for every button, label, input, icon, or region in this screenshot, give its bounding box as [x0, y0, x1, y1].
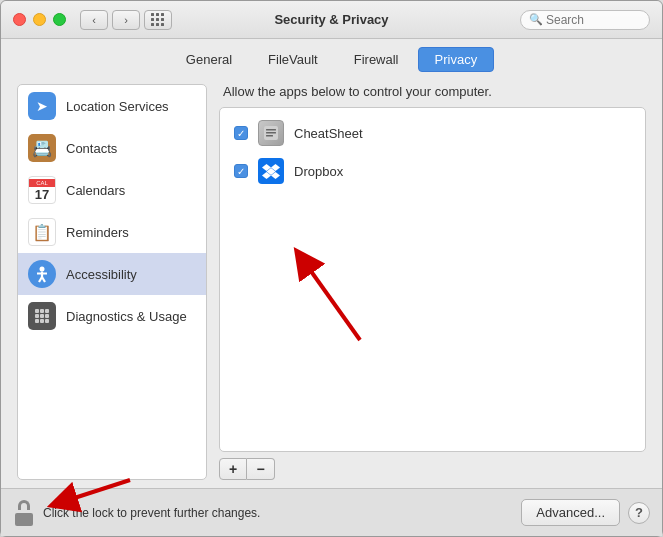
lock-icon — [13, 500, 35, 526]
diagnostics-icon — [28, 302, 56, 330]
sidebar-label-reminders: Reminders — [66, 225, 129, 240]
sidebar-item-diagnostics[interactable]: Diagnostics & Usage — [18, 295, 206, 337]
nav-buttons: ‹ › — [80, 10, 140, 30]
dropbox-label: Dropbox — [294, 164, 343, 179]
sidebar-item-accessibility[interactable]: Accessibility — [18, 253, 206, 295]
app-item-cheatsheet[interactable]: ✓ CheatSheet — [226, 114, 639, 152]
back-button[interactable]: ‹ — [80, 10, 108, 30]
tab-privacy[interactable]: Privacy — [418, 47, 495, 72]
svg-rect-12 — [40, 319, 44, 323]
sidebar-label-contacts: Contacts — [66, 141, 117, 156]
cheatsheet-checkbox[interactable]: ✓ — [234, 126, 248, 140]
reminders-icon: 📋 — [28, 218, 56, 246]
location-icon: ➤ — [28, 92, 56, 120]
svg-rect-5 — [35, 309, 39, 313]
remove-button[interactable]: − — [247, 458, 275, 480]
svg-rect-15 — [266, 129, 276, 131]
forward-button[interactable]: › — [112, 10, 140, 30]
grid-icon — [151, 13, 165, 27]
panel-description: Allow the apps below to control your com… — [219, 84, 646, 99]
maximize-button[interactable] — [53, 13, 66, 26]
dropbox-icon — [258, 158, 284, 184]
cheatsheet-icon — [258, 120, 284, 146]
sidebar-item-calendars[interactable]: CAL 17 Calendars — [18, 169, 206, 211]
sidebar-label-diagnostics: Diagnostics & Usage — [66, 309, 187, 324]
content-area: ➤ Location Services 📇 Contacts — [1, 80, 662, 480]
add-button[interactable]: + — [219, 458, 247, 480]
traffic-lights — [13, 13, 66, 26]
accessibility-icon — [28, 260, 56, 288]
tab-filevault[interactable]: FileVault — [251, 47, 335, 72]
dropbox-checkbox[interactable]: ✓ — [234, 164, 248, 178]
search-icon: 🔍 — [529, 13, 543, 26]
svg-rect-9 — [40, 314, 44, 318]
bottom-bar: Click the lock to prevent further change… — [1, 488, 662, 536]
cheatsheet-label: CheatSheet — [294, 126, 363, 141]
sidebar-item-reminders[interactable]: 📋 Reminders — [18, 211, 206, 253]
minimize-button[interactable] — [33, 13, 46, 26]
apps-list: ✓ CheatSheet — [219, 107, 646, 452]
help-button[interactable]: ? — [628, 502, 650, 524]
tabs-bar: General FileVault Firewall Privacy — [1, 39, 662, 80]
sidebar: ➤ Location Services 📇 Contacts — [17, 84, 207, 480]
svg-rect-7 — [45, 309, 49, 313]
sidebar-label-location: Location Services — [66, 99, 169, 114]
contacts-icon: 📇 — [28, 134, 56, 162]
svg-line-4 — [42, 277, 45, 282]
svg-rect-6 — [40, 309, 44, 313]
tab-firewall[interactable]: Firewall — [337, 47, 416, 72]
grid-button[interactable] — [144, 10, 172, 30]
sidebar-item-location[interactable]: ➤ Location Services — [18, 85, 206, 127]
svg-rect-11 — [35, 319, 39, 323]
tab-general[interactable]: General — [169, 47, 249, 72]
svg-point-0 — [40, 267, 45, 272]
sidebar-label-calendars: Calendars — [66, 183, 125, 198]
svg-rect-10 — [45, 314, 49, 318]
sidebar-label-accessibility: Accessibility — [66, 267, 137, 282]
svg-rect-16 — [266, 132, 276, 134]
sidebar-item-contacts[interactable]: 📇 Contacts — [18, 127, 206, 169]
calendars-icon: CAL 17 — [28, 176, 56, 204]
right-panel: Allow the apps below to control your com… — [219, 84, 646, 480]
titlebar: ‹ › Security & Privacy 🔍 — [1, 1, 662, 39]
window-title: Security & Privacy — [274, 12, 388, 27]
main-window: ‹ › Security & Privacy 🔍 General FileVau… — [0, 0, 663, 537]
advanced-button[interactable]: Advanced... — [521, 499, 620, 526]
lock-hint-text: Click the lock to prevent further change… — [43, 506, 521, 520]
main-area: ➤ Location Services 📇 Contacts — [17, 80, 646, 480]
app-item-dropbox[interactable]: ✓ Dropbox — [226, 152, 639, 190]
svg-rect-8 — [35, 314, 39, 318]
svg-rect-17 — [266, 135, 273, 137]
search-input[interactable] — [546, 13, 641, 27]
list-controls: + − — [219, 458, 646, 480]
search-box[interactable]: 🔍 — [520, 10, 650, 30]
svg-rect-13 — [45, 319, 49, 323]
close-button[interactable] — [13, 13, 26, 26]
